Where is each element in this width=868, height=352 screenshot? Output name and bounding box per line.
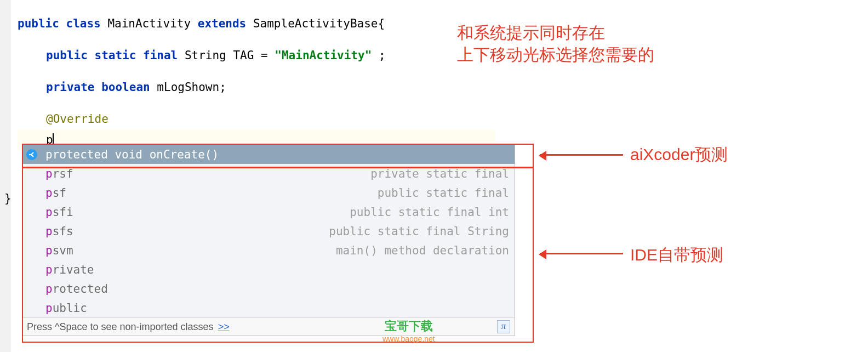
keyword: extends bbox=[198, 17, 247, 30]
footer-more-link[interactable]: >> bbox=[218, 321, 230, 333]
keyword: static bbox=[95, 49, 136, 62]
completion-item-ai[interactable]: protected void onCreate() bbox=[22, 145, 515, 164]
keyword: final bbox=[143, 49, 178, 62]
code-editor[interactable]: public class MainActivity extends Sample… bbox=[18, 13, 467, 150]
keyword: boolean bbox=[101, 81, 150, 94]
keyword: class bbox=[66, 17, 101, 30]
base-class: SampleActivityBase{ bbox=[253, 17, 385, 30]
watermark-title: 宝哥下载 bbox=[382, 318, 435, 334]
completion-text: prsf bbox=[45, 167, 73, 180]
completion-text: protected void onCreate() bbox=[45, 148, 219, 161]
arrow-icon bbox=[540, 154, 623, 156]
keyword: public bbox=[46, 49, 88, 62]
completion-desc: public static final String bbox=[329, 225, 509, 238]
completion-item[interactable]: private bbox=[22, 260, 515, 279]
completion-text: private bbox=[45, 263, 94, 276]
class-name: MainActivity bbox=[107, 17, 191, 30]
watermark: 宝哥下载 www.baoge.net bbox=[382, 318, 435, 343]
code-line: private boolean mLogShown; bbox=[18, 77, 467, 98]
code-line: public class MainActivity extends Sample… bbox=[18, 13, 467, 34]
annotation-ide-label: IDE自带预测 bbox=[630, 244, 723, 266]
editor-gutter bbox=[0, 0, 10, 352]
annotation: @Override bbox=[46, 112, 108, 126]
annotation-ai-label: aiXcoder预测 bbox=[630, 144, 728, 166]
completion-popup[interactable]: protected void onCreate() prsfprivate st… bbox=[22, 144, 515, 336]
string-literal: "MainActivity" bbox=[275, 49, 372, 62]
semi: ; bbox=[379, 49, 386, 62]
completion-text: psfs bbox=[45, 225, 73, 238]
ai-suggestion-icon bbox=[26, 149, 38, 161]
keyword: public bbox=[18, 17, 59, 30]
completion-desc: public static final int bbox=[350, 206, 509, 219]
code-line: @Override bbox=[18, 109, 467, 129]
eq: = bbox=[261, 49, 275, 62]
footer-hint: Press ^Space to see non-imported classes bbox=[27, 321, 214, 333]
completion-item[interactable]: protected bbox=[22, 279, 515, 298]
type: String bbox=[185, 49, 226, 62]
close-brace: } bbox=[4, 192, 12, 205]
completion-text: protected bbox=[45, 282, 108, 296]
completion-item[interactable]: psfpublic static final bbox=[22, 183, 515, 202]
completion-item[interactable]: prsfprivate static final bbox=[22, 164, 515, 183]
completion-text: psfi bbox=[45, 206, 73, 219]
completion-desc: private static final bbox=[370, 167, 509, 180]
pi-icon[interactable]: π bbox=[497, 320, 510, 333]
completion-text: psvm bbox=[45, 244, 73, 257]
completion-desc: main() method declaration bbox=[336, 244, 509, 257]
completion-item[interactable]: psvmmain() method declaration bbox=[22, 241, 515, 260]
completion-item[interactable]: psfspublic static final String bbox=[22, 222, 515, 241]
completion-text: psf bbox=[45, 186, 66, 200]
var: TAG bbox=[233, 49, 254, 62]
completion-item[interactable]: psfipublic static final int bbox=[22, 202, 515, 222]
watermark-url: www.baoge.net bbox=[382, 334, 435, 343]
completion-footer: Press ^Space to see non-imported classes… bbox=[22, 317, 515, 336]
arrow-icon bbox=[540, 253, 623, 254]
annotation-text-top: 和系统提示同时存在 上下移动光标选择您需要的 bbox=[457, 22, 742, 66]
keyword: private bbox=[46, 81, 95, 94]
var: mLogShown; bbox=[157, 81, 226, 94]
completion-text: public bbox=[45, 302, 87, 315]
completion-item[interactable]: public bbox=[22, 298, 515, 317]
code-line: public static final String TAG = "MainAc… bbox=[18, 45, 467, 66]
completion-desc: public static final bbox=[378, 186, 509, 200]
